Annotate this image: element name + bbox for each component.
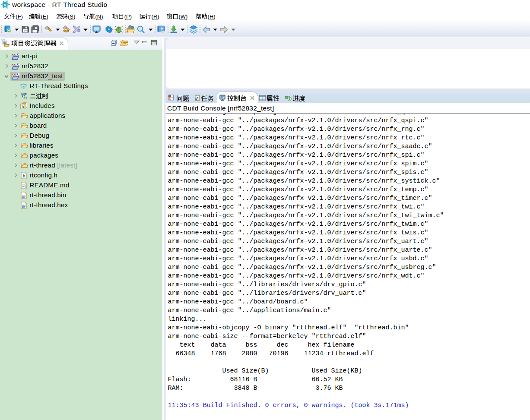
svg-text:RT: RT	[4, 3, 8, 7]
svg-text:C: C	[17, 63, 19, 66]
svg-text:C: C	[17, 73, 19, 76]
svg-text:.h: .h	[22, 174, 25, 178]
svg-text:RT: RT	[21, 85, 26, 89]
svg-text:h: h	[22, 104, 24, 109]
svg-text:C: C	[17, 53, 19, 57]
svg-text:w: w	[22, 184, 25, 188]
